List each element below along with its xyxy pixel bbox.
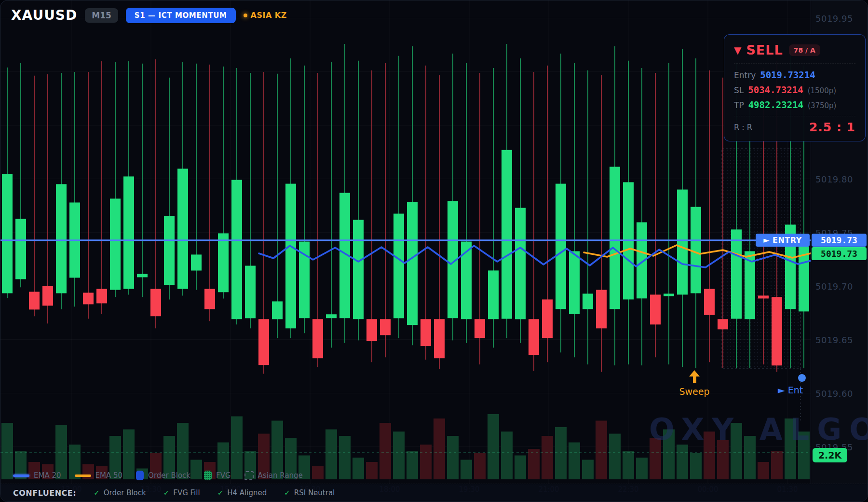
chart-legend: EMA 20EMA 50Order BlockFVGAsian Range: [13, 471, 303, 480]
panel-divider: [734, 116, 855, 116]
entry-point-dot-icon: [798, 374, 806, 382]
confluence-item-rsi-neutral: ✓RSI Neutral: [284, 488, 335, 497]
timeframe-badge[interactable]: M15: [85, 8, 118, 23]
sl-label: SL: [734, 85, 744, 95]
entry-row: Entry 5019.73214: [734, 70, 855, 80]
rr-label: R : R: [734, 123, 752, 132]
sl-pips: (1500p): [808, 86, 836, 95]
entry-price-axis-tag: 5019.73: [812, 234, 867, 247]
sell-arrow-icon: ▼: [734, 44, 741, 56]
check-icon: ✓: [163, 488, 170, 497]
confluence-item-order-block: ✓Order Block: [94, 488, 146, 497]
sweep-arrow-stem: [693, 376, 696, 383]
entry-marker-label: ► Ent: [778, 385, 803, 395]
sweep-annotation: Sweep: [675, 370, 714, 397]
legend-item-order-block[interactable]: Order Block: [136, 471, 190, 480]
legend-item-ema-20[interactable]: EMA 20: [13, 471, 61, 480]
check-icon: ✓: [217, 488, 224, 497]
current-volume-badge: 2.2K: [813, 448, 847, 462]
last-price-axis-tag: 5019.73: [812, 247, 867, 260]
confluence-item-h4-aligned: ✓H4 Aligned: [217, 488, 267, 497]
symbol-title: XAUUSD: [11, 7, 77, 23]
tp-row: TP 4982.23214 (3750p): [734, 99, 855, 110]
session-label: ASIA KZ: [251, 11, 287, 20]
strategy-pill[interactable]: S1 — ICT MOMENTUM: [126, 8, 236, 23]
confluence-title: CONFLUENCE:: [13, 488, 76, 498]
tp-pips: (3750p): [808, 101, 836, 110]
price-axis-label: 5019.95: [815, 14, 866, 24]
sl-value: 5034.73214: [748, 84, 803, 95]
signal-direction: SELL: [746, 42, 783, 57]
fvg-icon: [204, 471, 212, 480]
entry-label: Entry: [734, 70, 756, 80]
confluence-bar: CONFLUENCE: ✓Order Block✓FVG Fill✓H4 Ali…: [0, 484, 868, 502]
sweep-label: Sweep: [675, 386, 714, 397]
entry-annotation-tag: ► ENTRY: [756, 234, 810, 247]
price-axis-label: 5019.60: [815, 389, 866, 399]
entry-value: 5019.73214: [760, 70, 815, 80]
check-icon: ✓: [94, 488, 100, 497]
sl-row: SL 5034.73214 (1500p): [734, 84, 855, 95]
legend-label: FVG: [216, 471, 231, 480]
tp-label: TP: [734, 100, 744, 110]
confluence-label: FVG Fill: [173, 488, 200, 497]
confluence-label: H4 Aligned: [227, 488, 267, 497]
price-axis-label: 5019.80: [815, 174, 866, 184]
signal-panel-title-row: ▼ SELL 78 / A: [734, 42, 855, 64]
signal-panel: ▼ SELL 78 / A Entry 5019.73214 SL 5034.7…: [724, 34, 866, 141]
rr-value: 2.5 : 1: [809, 120, 855, 134]
legend-label: EMA 20: [34, 471, 61, 480]
legend-item-fvg[interactable]: FVG: [204, 471, 231, 480]
session-dot-icon: [244, 14, 247, 17]
header-toolbar: XAUUSD M15 S1 — ICT MOMENTUM ASIA KZ: [11, 7, 287, 23]
asian-range-icon: [244, 471, 254, 480]
check-icon: ✓: [284, 488, 290, 497]
price-axis-label: 5019.65: [815, 335, 866, 345]
sweep-arrow-icon: [689, 370, 700, 376]
confluence-item-fvg-fill: ✓FVG Fill: [163, 488, 200, 497]
confluence-label: Order Block: [104, 488, 146, 497]
legend-label: Order Block: [148, 471, 190, 480]
legend-label: EMA 50: [95, 471, 123, 480]
ema20-line-icon: [13, 474, 29, 477]
tp-value: 4982.23214: [748, 99, 803, 110]
legend-item-asian-range[interactable]: Asian Range: [244, 471, 303, 480]
candle-bodies: [2, 150, 809, 365]
risk-reward-row: R : R 2.5 : 1: [734, 120, 855, 134]
signal-score-badge: 78 / A: [789, 44, 820, 56]
session-indicator: ASIA KZ: [244, 11, 287, 20]
legend-label: Asian Range: [258, 471, 303, 480]
chart-window: OXY ALGO XAUUSD M15 S1 — ICT MOMENTUM AS…: [0, 0, 868, 502]
confluence-label: RSI Neutral: [294, 488, 335, 497]
legend-item-ema-50[interactable]: EMA 50: [75, 471, 123, 480]
price-axis-label: 5019.70: [815, 281, 866, 292]
ema50-line-icon: [75, 474, 91, 477]
order-block-icon: [136, 471, 144, 480]
